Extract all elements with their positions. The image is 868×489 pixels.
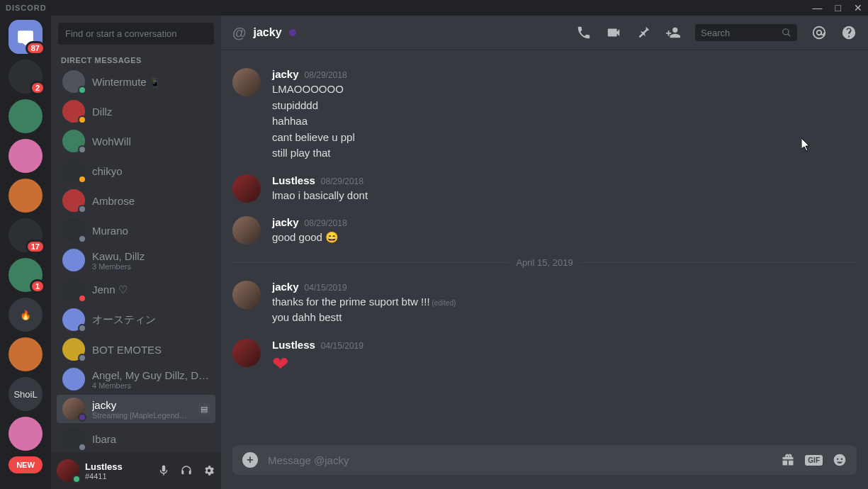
- dm-avatar: [62, 308, 85, 331]
- server-server-8[interactable]: [9, 337, 43, 371]
- chat-title: jacky: [254, 26, 282, 39]
- settings-icon[interactable]: [203, 464, 215, 477]
- start-video-icon[interactable]: [606, 25, 621, 40]
- message-text: good good 😄: [272, 230, 857, 246]
- server-server-4[interactable]: [9, 179, 43, 213]
- dm-item[interactable]: Jenn ♡: [57, 276, 215, 304]
- message-text: lmao i basically dont: [272, 188, 857, 204]
- server-server-9[interactable]: [9, 417, 43, 451]
- add-friends-icon[interactable]: [665, 25, 681, 40]
- message-author[interactable]: Lustless: [272, 174, 315, 186]
- titlebar: DISCORD — □ ✕: [0, 0, 868, 16]
- self-discriminator: #4411: [85, 472, 152, 480]
- server-server-1[interactable]: 2: [9, 60, 43, 94]
- dm-avatar: [62, 70, 85, 93]
- message-author[interactable]: jacky: [272, 281, 299, 293]
- gif-icon[interactable]: GIF: [805, 455, 823, 466]
- mute-icon[interactable]: [157, 464, 170, 477]
- message-avatar[interactable]: [232, 68, 261, 96]
- status-indicator: [78, 235, 86, 243]
- server-server-7[interactable]: 🔥: [9, 298, 43, 332]
- message-group: Lustless04/15/2019❤: [232, 339, 857, 376]
- dm-name: BOT EMOTES: [92, 344, 210, 356]
- dm-item[interactable]: Angel, My Guy Dillz, Dillz4 Members: [57, 365, 215, 393]
- status-indicator: [78, 86, 86, 94]
- help-icon[interactable]: [841, 25, 857, 40]
- message-group: jacky08/29/2018good good 😄: [232, 216, 857, 246]
- dm-item[interactable]: Kawu, Dillz3 Members: [57, 246, 215, 274]
- heart-emoji: ❤: [272, 352, 857, 376]
- server-badge: 1: [30, 279, 45, 293]
- minimize-button[interactable]: —: [813, 2, 823, 13]
- server-home[interactable]: 87: [9, 20, 43, 54]
- dm-name: Dillz: [92, 106, 210, 118]
- emoji-icon[interactable]: [833, 453, 847, 467]
- server-server-5[interactable]: 17: [9, 218, 43, 252]
- message-avatar[interactable]: [232, 216, 261, 244]
- message-composer[interactable]: + Message @jacky GIF: [232, 445, 857, 475]
- close-button[interactable]: ✕: [854, 2, 862, 13]
- svg-point-0: [813, 27, 825, 39]
- message-text: you dahh bestt: [272, 310, 857, 326]
- pinned-messages-icon[interactable]: [636, 25, 651, 40]
- dm-avatar: [62, 130, 85, 152]
- dm-name: WohWill: [92, 135, 210, 147]
- message-list[interactable]: jacky08/29/2018LMAOOOOOOstupiddddhahhaac…: [221, 50, 868, 445]
- gift-icon[interactable]: [781, 453, 795, 467]
- message-timestamp: 04/15/2019: [305, 283, 347, 293]
- dm-name: Kawu, Dillz: [92, 250, 210, 262]
- start-call-icon[interactable]: [576, 25, 592, 40]
- message-text: LMAOOOOOO: [272, 82, 857, 98]
- status-indicator: [78, 294, 86, 303]
- self-info: Lustless #4411: [85, 461, 152, 480]
- dm-subtitle: 3 Members: [92, 262, 210, 271]
- at-icon: @: [232, 25, 247, 41]
- status-indicator: [78, 354, 86, 362]
- composer-placeholder: Message @jacky: [268, 454, 771, 466]
- message-avatar[interactable]: [232, 281, 261, 309]
- status-indicator: [78, 443, 86, 451]
- self-avatar[interactable]: [57, 459, 79, 482]
- dm-name: jacky: [92, 399, 188, 411]
- message-author[interactable]: jacky: [272, 216, 299, 228]
- message-avatar[interactable]: [232, 174, 261, 203]
- user-panel: Lustless #4411: [51, 452, 221, 489]
- message-author[interactable]: Lustless: [272, 339, 315, 351]
- search-icon: [782, 28, 791, 38]
- search-input[interactable]: Search: [695, 24, 797, 41]
- dm-item[interactable]: Dillz: [57, 97, 215, 125]
- find-conversation-input[interactable]: Find or start a conversation: [58, 23, 214, 45]
- message-avatar[interactable]: [232, 339, 261, 367]
- server-badge: 2: [30, 81, 45, 95]
- status-indicator: [78, 324, 86, 332]
- dm-item[interactable]: オースティン: [57, 305, 215, 334]
- maximize-button[interactable]: □: [835, 2, 841, 13]
- message-text: cant believe u ppl: [272, 130, 857, 146]
- dm-avatar: [62, 427, 85, 450]
- dm-item[interactable]: BOT EMOTES: [57, 335, 215, 364]
- dm-item[interactable]: Wintermute 📱: [57, 67, 215, 96]
- server-server-shoil[interactable]: ShoiL: [9, 377, 43, 411]
- dm-avatar: [62, 219, 85, 242]
- dm-item[interactable]: chikyo: [57, 157, 215, 185]
- dm-item[interactable]: Murano: [57, 216, 215, 244]
- message-author[interactable]: jacky: [272, 68, 299, 80]
- dm-subtitle: 4 Members: [92, 381, 210, 390]
- rich-presence-icon: ▤: [198, 403, 210, 415]
- dm-item[interactable]: Ibara: [57, 425, 215, 452]
- server-list: 872171🔥ShoiLNEW: [0, 16, 51, 489]
- dm-sidebar: Find or start a conversation DIRECT MESS…: [51, 16, 221, 489]
- server-server-6[interactable]: 1: [9, 258, 43, 292]
- edited-label: (edited): [430, 299, 456, 307]
- deafen-icon[interactable]: [180, 464, 193, 477]
- dm-name: Wintermute 📱: [92, 76, 210, 88]
- attach-icon[interactable]: +: [242, 452, 258, 468]
- dm-item[interactable]: jackyStreaming [MapleLegends] - N...▤: [57, 395, 215, 423]
- dm-item[interactable]: WohWill: [57, 127, 215, 155]
- dm-item[interactable]: Ambrose: [57, 186, 215, 215]
- mentions-icon[interactable]: [811, 25, 827, 40]
- server-new[interactable]: NEW: [9, 456, 43, 473]
- server-server-3[interactable]: [9, 139, 43, 173]
- chat-header: @ jacky Search: [221, 16, 868, 50]
- server-server-2[interactable]: [9, 99, 43, 133]
